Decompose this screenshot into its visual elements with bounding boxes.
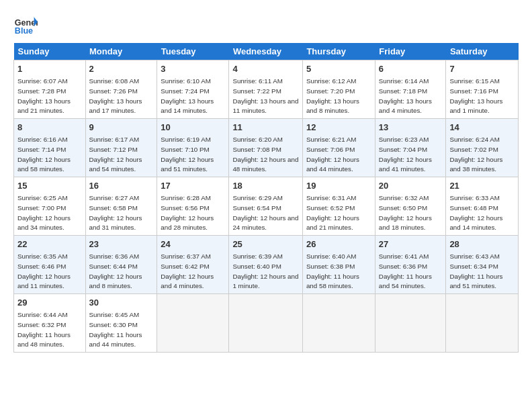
day-info: Sunrise: 6:41 AMSunset: 6:36 PMDaylight:…: [379, 253, 432, 289]
day-number: 14: [449, 122, 515, 134]
calendar-cell: 23Sunrise: 6:36 AMSunset: 6:44 PMDayligh…: [85, 236, 157, 294]
day-number: 23: [89, 238, 154, 250]
calendar-cell: 27Sunrise: 6:41 AMSunset: 6:36 PMDayligh…: [375, 236, 446, 294]
day-number: 22: [17, 238, 82, 250]
day-number: 6: [379, 63, 443, 75]
day-info: Sunrise: 6:28 AMSunset: 6:56 PMDaylight:…: [161, 194, 214, 231]
day-number: 7: [449, 63, 515, 75]
page-header: General Blue: [13, 12, 519, 36]
day-info: Sunrise: 6:33 AMSunset: 6:48 PMDaylight:…: [449, 194, 502, 231]
day-info: Sunrise: 6:08 AMSunset: 7:26 PMDaylight:…: [89, 77, 142, 114]
day-number: 16: [89, 180, 154, 192]
calendar-cell: 14Sunrise: 6:24 AMSunset: 7:02 PMDayligh…: [446, 119, 519, 177]
calendar-cell: 18Sunrise: 6:29 AMSunset: 6:54 PMDayligh…: [229, 177, 303, 236]
day-info: Sunrise: 6:25 AMSunset: 7:00 PMDaylight:…: [17, 194, 71, 231]
day-number: 25: [232, 238, 299, 250]
day-info: Sunrise: 6:36 AMSunset: 6:44 PMDaylight:…: [89, 253, 142, 289]
calendar-cell: 1Sunrise: 6:07 AMSunset: 7:28 PMDaylight…: [14, 60, 86, 119]
calendar-cell: 4Sunrise: 6:11 AMSunset: 7:22 PMDaylight…: [229, 60, 303, 119]
day-info: Sunrise: 6:07 AMSunset: 7:28 PMDaylight:…: [17, 77, 71, 114]
col-header-saturday: Saturday: [446, 43, 519, 60]
col-header-thursday: Thursday: [302, 43, 375, 60]
calendar-table: SundayMondayTuesdayWednesdayThursdayFrid…: [13, 43, 519, 353]
calendar-cell: 26Sunrise: 6:40 AMSunset: 6:38 PMDayligh…: [302, 236, 375, 294]
day-number: 13: [379, 122, 443, 134]
col-header-monday: Monday: [85, 43, 157, 60]
day-info: Sunrise: 6:19 AMSunset: 7:10 PMDaylight:…: [161, 136, 214, 173]
calendar-cell: 10Sunrise: 6:19 AMSunset: 7:10 PMDayligh…: [157, 119, 229, 177]
calendar-cell: 17Sunrise: 6:28 AMSunset: 6:56 PMDayligh…: [157, 177, 229, 236]
calendar-cell: 16Sunrise: 6:27 AMSunset: 6:58 PMDayligh…: [85, 177, 157, 236]
calendar-cell: [302, 294, 375, 353]
day-info: Sunrise: 6:32 AMSunset: 6:50 PMDaylight:…: [379, 194, 432, 231]
svg-text:Blue: Blue: [15, 26, 33, 36]
day-info: Sunrise: 6:40 AMSunset: 6:38 PMDaylight:…: [306, 253, 359, 289]
calendar-cell: 30Sunrise: 6:45 AMSunset: 6:30 PMDayligh…: [85, 294, 157, 353]
day-info: Sunrise: 6:20 AMSunset: 7:08 PMDaylight:…: [232, 136, 298, 173]
calendar-cell: [446, 294, 519, 353]
calendar-cell: 29Sunrise: 6:44 AMSunset: 6:32 PMDayligh…: [14, 294, 86, 353]
day-number: 4: [232, 63, 299, 75]
day-number: 24: [161, 238, 225, 250]
day-info: Sunrise: 6:27 AMSunset: 6:58 PMDaylight:…: [89, 194, 142, 231]
col-header-wednesday: Wednesday: [229, 43, 303, 60]
calendar-cell: 13Sunrise: 6:23 AMSunset: 7:04 PMDayligh…: [375, 119, 446, 177]
logo: General Blue: [13, 12, 38, 36]
day-info: Sunrise: 6:44 AMSunset: 6:32 PMDaylight:…: [17, 311, 71, 348]
day-info: Sunrise: 6:37 AMSunset: 6:42 PMDaylight:…: [161, 253, 214, 289]
calendar-week-4: 22Sunrise: 6:35 AMSunset: 6:46 PMDayligh…: [14, 236, 519, 294]
calendar-cell: 19Sunrise: 6:31 AMSunset: 6:52 PMDayligh…: [302, 177, 375, 236]
day-info: Sunrise: 6:39 AMSunset: 6:40 PMDaylight:…: [232, 253, 298, 289]
day-info: Sunrise: 6:10 AMSunset: 7:24 PMDaylight:…: [161, 77, 214, 114]
calendar-cell: 7Sunrise: 6:15 AMSunset: 7:16 PMDaylight…: [446, 60, 519, 119]
day-number: 17: [161, 180, 225, 192]
day-number: 26: [306, 238, 371, 250]
day-info: Sunrise: 6:29 AMSunset: 6:54 PMDaylight:…: [232, 194, 298, 231]
col-header-sunday: Sunday: [14, 43, 86, 60]
calendar-week-5: 29Sunrise: 6:44 AMSunset: 6:32 PMDayligh…: [14, 294, 519, 353]
day-info: Sunrise: 6:21 AMSunset: 7:06 PMDaylight:…: [306, 136, 359, 173]
day-info: Sunrise: 6:23 AMSunset: 7:04 PMDaylight:…: [379, 136, 432, 173]
day-info: Sunrise: 6:15 AMSunset: 7:16 PMDaylight:…: [449, 77, 502, 114]
day-number: 5: [306, 63, 371, 75]
calendar-cell: 15Sunrise: 6:25 AMSunset: 7:00 PMDayligh…: [14, 177, 86, 236]
calendar-cell: 24Sunrise: 6:37 AMSunset: 6:42 PMDayligh…: [157, 236, 229, 294]
calendar-week-2: 8Sunrise: 6:16 AMSunset: 7:14 PMDaylight…: [14, 119, 519, 177]
day-info: Sunrise: 6:43 AMSunset: 6:34 PMDaylight:…: [449, 253, 502, 289]
calendar-cell: 5Sunrise: 6:12 AMSunset: 7:20 PMDaylight…: [302, 60, 375, 119]
day-number: 1: [17, 63, 82, 75]
day-info: Sunrise: 6:31 AMSunset: 6:52 PMDaylight:…: [306, 194, 359, 231]
calendar-cell: 9Sunrise: 6:17 AMSunset: 7:12 PMDaylight…: [85, 119, 157, 177]
day-number: 21: [449, 180, 515, 192]
day-number: 18: [232, 180, 299, 192]
day-number: 9: [89, 122, 154, 134]
day-number: 27: [379, 238, 443, 250]
day-number: 30: [89, 297, 154, 309]
day-info: Sunrise: 6:16 AMSunset: 7:14 PMDaylight:…: [17, 136, 71, 173]
calendar-cell: 21Sunrise: 6:33 AMSunset: 6:48 PMDayligh…: [446, 177, 519, 236]
calendar-cell: 25Sunrise: 6:39 AMSunset: 6:40 PMDayligh…: [229, 236, 303, 294]
day-number: 15: [17, 180, 82, 192]
day-info: Sunrise: 6:17 AMSunset: 7:12 PMDaylight:…: [89, 136, 142, 173]
day-info: Sunrise: 6:14 AMSunset: 7:18 PMDaylight:…: [379, 77, 432, 114]
calendar-week-1: 1Sunrise: 6:07 AMSunset: 7:28 PMDaylight…: [14, 60, 519, 119]
calendar-cell: 22Sunrise: 6:35 AMSunset: 6:46 PMDayligh…: [14, 236, 86, 294]
day-info: Sunrise: 6:11 AMSunset: 7:22 PMDaylight:…: [232, 77, 298, 114]
day-info: Sunrise: 6:45 AMSunset: 6:30 PMDaylight:…: [89, 311, 142, 348]
day-number: 2: [89, 63, 154, 75]
day-number: 3: [161, 63, 225, 75]
calendar-cell: 20Sunrise: 6:32 AMSunset: 6:50 PMDayligh…: [375, 177, 446, 236]
col-header-friday: Friday: [375, 43, 446, 60]
day-info: Sunrise: 6:24 AMSunset: 7:02 PMDaylight:…: [449, 136, 502, 173]
calendar-cell: 2Sunrise: 6:08 AMSunset: 7:26 PMDaylight…: [85, 60, 157, 119]
day-number: 19: [306, 180, 371, 192]
calendar-cell: 11Sunrise: 6:20 AMSunset: 7:08 PMDayligh…: [229, 119, 303, 177]
day-number: 11: [232, 122, 299, 134]
col-header-tuesday: Tuesday: [157, 43, 229, 60]
day-number: 28: [449, 238, 515, 250]
calendar-week-3: 15Sunrise: 6:25 AMSunset: 7:00 PMDayligh…: [14, 177, 519, 236]
calendar-cell: 3Sunrise: 6:10 AMSunset: 7:24 PMDaylight…: [157, 60, 229, 119]
calendar-cell: [229, 294, 303, 353]
calendar-cell: [375, 294, 446, 353]
day-number: 12: [306, 122, 371, 134]
